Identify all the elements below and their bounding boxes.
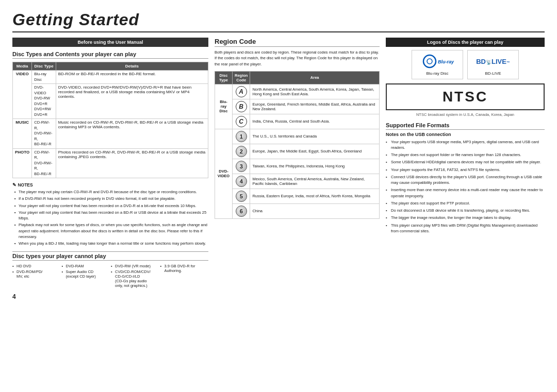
bdlive-label: BD-LIVE — [474, 71, 512, 76]
disc-dvd: DVD-VIDEO — [215, 129, 233, 218]
region-icon-5: 5 — [236, 191, 247, 202]
list-item: CVD/CD-ROM/CDV/CD-G/CD-I/LD(CD-Gs play a… — [111, 269, 159, 288]
list-item: Connect USB devices directly to the play… — [386, 174, 545, 186]
list-item: DVD-RAM — [62, 264, 110, 268]
svg-text:Blu-ray: Blu-ray — [438, 59, 454, 64]
region-code-1: 1 — [232, 129, 250, 144]
list-item: This player cannot play MP3 files with D… — [386, 223, 545, 234]
cannot-play-col-1: HD DVD DVD-ROM/PD/MV, etc — [12, 264, 61, 289]
ntsc-text: NTSC — [391, 89, 539, 105]
cannot-play-col-2: DVD-RAM Super Audio CD(except CD layer) — [62, 264, 110, 289]
list-item: If a DVD-RW/-R has not been recorded pro… — [14, 196, 208, 201]
svg-point-1 — [427, 59, 432, 64]
table-row: Blu-rayDisc A North America, Central Ame… — [215, 84, 380, 99]
detail-dvd: DVD-VIDEO, recorded DVD+RW/DVD-RW(V)/DVD… — [56, 84, 208, 119]
disc-types-table: Media Disc Type Details VIDEO Blu-ray Di… — [12, 62, 208, 178]
before-using-box: Before using the User Manual — [12, 38, 208, 47]
logos-grid: Blu-ray Blu-ray Disc BD📡LIVE™ BD-LIVE — [386, 50, 545, 79]
detail-music: Music recorded on CD-RW/-R, DVD-RW/-R, B… — [56, 119, 208, 149]
region-code-b: B — [232, 99, 250, 114]
region-code-5: 5 — [232, 189, 250, 203]
col-region-code: RegionCode — [232, 71, 250, 84]
cannot-play-col-3: DVD-RW (VR mode) CVD/CD-ROM/CDV/CD-G/CD-… — [111, 264, 159, 289]
list-item: Your player will not play content that h… — [14, 203, 208, 209]
region-icon-3: 3 — [236, 161, 247, 172]
col-disc-type: Disc Type — [32, 62, 56, 71]
region-code-column: Region Code Both players and discs are c… — [215, 38, 380, 300]
list-item: The player may not play certain CD-RW/-R… — [14, 189, 208, 195]
cannot-play-col-4: 3.9 GB DVD-R forAuthoring. — [160, 264, 209, 289]
list-item: Some USB/External HDD/digital camera dev… — [386, 159, 545, 165]
ntsc-caption: NTSC broadcast system in U.S.A, Canada, … — [386, 112, 545, 118]
bluray-label: Blu-ray Disc — [418, 71, 456, 76]
region-code-4: 4 — [232, 174, 250, 189]
table-row: DVD-VIDEODVD-RWDVD+RDVD+RWDVD+R DVD-VIDE… — [13, 84, 208, 119]
bdlive-logo-box: BD📡LIVE™ BD-LIVE — [467, 50, 519, 79]
table-row: 5 Russia, Eastern Europe, India, most of… — [215, 189, 380, 203]
detail-bluray: BD-ROM or BD-RE/-R recorded in the BD-RE… — [56, 71, 208, 84]
region-code-c: C — [232, 114, 250, 129]
table-row: 6 China — [215, 203, 380, 218]
region-code-header: Region Code — [215, 38, 380, 47]
list-item: The bigger the image resolution, the lon… — [386, 215, 545, 220]
area-b: Europe, Greenland, French territories, M… — [250, 99, 380, 114]
list-item: Your player supports the FAT16, FAT32, a… — [386, 167, 545, 173]
disc-type-music: CD-RW/-R,DVD-RW/-R,BD-RE/-R — [32, 119, 56, 149]
list-item: Your player supports USB storage media, … — [386, 139, 545, 151]
table-row: 4 Mexico, South America, Central America… — [215, 174, 380, 189]
col-area: Area — [250, 71, 380, 84]
bluray-logo-img: Blu-ray — [418, 54, 456, 69]
table-row: C India, China, Russia, Central and Sout… — [215, 114, 380, 129]
table-row: VIDEO Blu-ray Disc BD-ROM or BD-RE/-R re… — [13, 71, 208, 84]
ntsc-box: NTSC — [386, 83, 545, 110]
disc-type-dvd: DVD-VIDEODVD-RWDVD+RDVD+RWDVD+R — [32, 84, 56, 119]
media-music: MUSIC — [13, 119, 32, 149]
area-1: The U.S., U.S. territories and Canada — [250, 129, 380, 144]
table-row: DVD-VIDEO 1 The U.S., U.S. territories a… — [215, 129, 380, 144]
list-item: When you play a BD-J title, loading may … — [14, 241, 208, 246]
region-icon-2: 2 — [236, 146, 247, 157]
area-6: China — [250, 203, 380, 218]
notes-list: The player may not play certain CD-RW/-R… — [12, 189, 208, 246]
supported-formats-header: Supported File Formats — [386, 122, 545, 130]
region-icon-1: 1 — [236, 131, 247, 142]
list-item: DVD-ROM/PD/MV, etc — [12, 269, 61, 279]
list-item: Playback may not work for some types of … — [14, 222, 208, 240]
cannot-play-grid: HD DVD DVD-ROM/PD/MV, etc DVD-RAM Super … — [12, 264, 208, 289]
usb-notes-list: Your player supports USB storage media, … — [386, 139, 545, 234]
region-code-3: 3 — [232, 159, 250, 174]
area-a: North America, Central America, South Am… — [250, 84, 380, 99]
list-item: 3.9 GB DVD-R forAuthoring. — [160, 264, 209, 273]
table-row: B Europe, Greenland, French territories,… — [215, 99, 380, 114]
region-intro: Both players and discs are coded by regi… — [215, 49, 380, 67]
region-code-2: 2 — [232, 144, 250, 159]
table-row: PHOTO CD-RW/-R,DVD-RW/-R,BD-RE/-R Photos… — [13, 148, 208, 178]
disc-types-header: Disc Types and Contents your player can … — [12, 51, 208, 59]
list-item: The player does not support the PTP prot… — [386, 200, 545, 206]
page-number: 4 — [12, 293, 208, 300]
logos-header: Logos of Discs the player can play — [386, 38, 545, 47]
page-title: Getting Started — [12, 10, 545, 32]
disc-type-bluray: Blu-ray Disc — [32, 71, 56, 84]
svg-point-0 — [423, 55, 436, 67]
disc-bluray: Blu-rayDisc — [215, 84, 233, 129]
area-5: Russia, Eastern Europe, India, most of A… — [250, 189, 380, 203]
region-code-6: 6 — [232, 203, 250, 218]
bdlive-logo-img: BD📡LIVE™ — [474, 54, 512, 69]
list-item: Inserting more than one memory device in… — [386, 187, 545, 199]
usb-notes-header: Notes on the USB connection — [386, 132, 545, 137]
col-media: Media — [13, 62, 32, 71]
region-icon-b: B — [236, 101, 247, 112]
table-row: 3 Taiwan, Korea, the Philippines, Indone… — [215, 159, 380, 174]
media-photo: PHOTO — [13, 148, 32, 178]
detail-photo: Photos recorded on CD-RW/-R, DVD-RW/-R, … — [56, 148, 208, 178]
media-video: VIDEO — [13, 71, 32, 119]
table-row: MUSIC CD-RW/-R,DVD-RW/-R,BD-RE/-R Music … — [13, 119, 208, 149]
region-icon-6: 6 — [236, 206, 247, 217]
table-row: 2 Europe, Japan, the Middle East, Egypt,… — [215, 144, 380, 159]
list-item: Super Audio CD(except CD layer) — [62, 269, 110, 279]
col-disc-type: DiscType — [215, 71, 233, 84]
list-item: DVD-RW (VR mode) — [111, 264, 159, 268]
right-column: Logos of Discs the player can play Blu-r… — [386, 38, 545, 300]
region-table: DiscType RegionCode Area Blu-rayDisc A N… — [215, 71, 380, 219]
